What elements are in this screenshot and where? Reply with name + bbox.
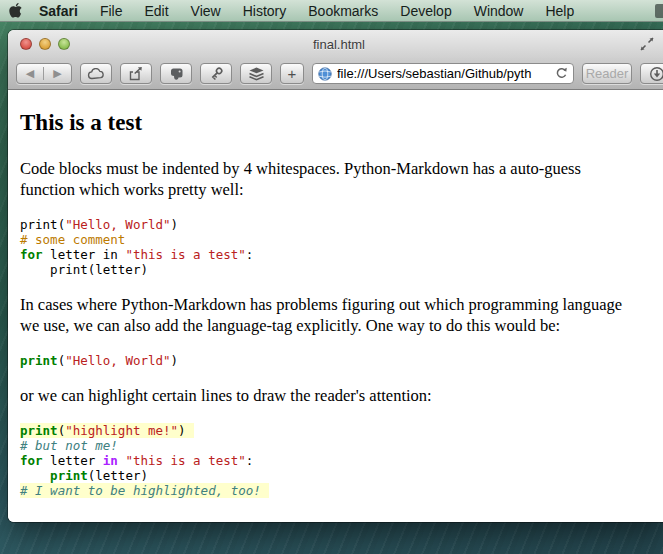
code-block-explicit: print("Hello, World") (20, 353, 654, 368)
paragraph-language-tag: In cases where Python-Markdown has probl… (20, 294, 638, 336)
traffic-lights (20, 38, 70, 50)
close-button[interactable] (20, 38, 32, 50)
menu-bar: Safari File Edit View History Bookmarks … (0, 0, 663, 22)
menu-item-bookmarks[interactable]: Bookmarks (297, 3, 389, 19)
code-line: print(letter) (20, 468, 654, 483)
menu-item-develop[interactable]: Develop (389, 3, 462, 19)
menu-item-view[interactable]: View (180, 3, 232, 19)
code-line: print(letter) (20, 262, 654, 277)
menu-item-safari[interactable]: Safari (30, 3, 89, 19)
share-icon (128, 67, 144, 81)
code-line: # but not me! (20, 438, 654, 453)
code-line: # some comment (20, 232, 654, 247)
password-extension-button[interactable] (200, 63, 232, 84)
highlighted-line: print("highlight me!") (20, 423, 194, 438)
download-icon (649, 66, 663, 82)
share-button[interactable] (120, 63, 152, 84)
menu-item-help[interactable]: Help (534, 3, 585, 19)
menu-item-history[interactable]: History (232, 3, 298, 19)
apple-icon[interactable] (0, 3, 30, 18)
paragraph-highlight: or we can highlight certain lines to dra… (20, 385, 638, 406)
globe-favicon (318, 67, 332, 81)
code-line: for letter in "this is a test": (20, 453, 654, 468)
forward-button[interactable]: ▶ (44, 67, 71, 80)
cloud-icon (87, 68, 105, 80)
code-block-autoguess: print("Hello, World")# some commentfor l… (20, 217, 654, 277)
code-line: print("Hello, World") (20, 217, 654, 232)
window-title: final.html (313, 37, 365, 52)
back-button[interactable]: ◀ (17, 67, 44, 80)
url-field[interactable]: file:///Users/sebastian/Github/pyth (337, 66, 550, 81)
safari-window: final.html ◀ ▶ (8, 30, 663, 522)
menu-item-file[interactable]: File (89, 3, 134, 19)
key-icon (208, 66, 224, 82)
page-content: This is a test Code blocks must be inden… (8, 90, 663, 522)
code-line: print("highlight me!") (20, 423, 654, 438)
fullscreen-icon[interactable] (640, 37, 654, 51)
layers-icon (248, 67, 265, 81)
downloads-button[interactable] (640, 63, 663, 84)
reader-button[interactable]: Reader (582, 63, 632, 84)
code-line: print("Hello, World") (20, 353, 654, 368)
page-heading: This is a test (20, 110, 654, 136)
zoom-button[interactable] (58, 38, 70, 50)
new-tab-button[interactable]: + (280, 63, 304, 84)
menu-extra-icon[interactable] (655, 4, 663, 18)
paragraph-intro: Code blocks must be indented by 4 whites… (20, 158, 638, 200)
menu-item-window[interactable]: Window (463, 3, 535, 19)
toolbar: ◀ ▶ (8, 58, 663, 90)
highlighted-line: # I want to be highlighted, too! (20, 483, 269, 498)
code-line: # I want to be highlighted, too! (20, 483, 654, 498)
code-line: for letter in "this is a test": (20, 247, 654, 262)
menu-item-edit[interactable]: Edit (133, 3, 179, 19)
icloud-tabs-button[interactable] (80, 63, 112, 84)
layers-extension-button[interactable] (240, 63, 272, 84)
evernote-elephant-icon (169, 67, 184, 81)
nav-buttons: ◀ ▶ (16, 63, 72, 84)
address-bar[interactable]: file:///Users/sebastian/Github/pyth (312, 63, 574, 84)
code-block-highlighted: print("highlight me!")# but not me!for l… (20, 423, 654, 498)
title-bar[interactable]: final.html (8, 30, 663, 58)
refresh-icon[interactable] (555, 67, 568, 80)
minimize-button[interactable] (39, 38, 51, 50)
evernote-extension-button[interactable] (160, 63, 192, 84)
